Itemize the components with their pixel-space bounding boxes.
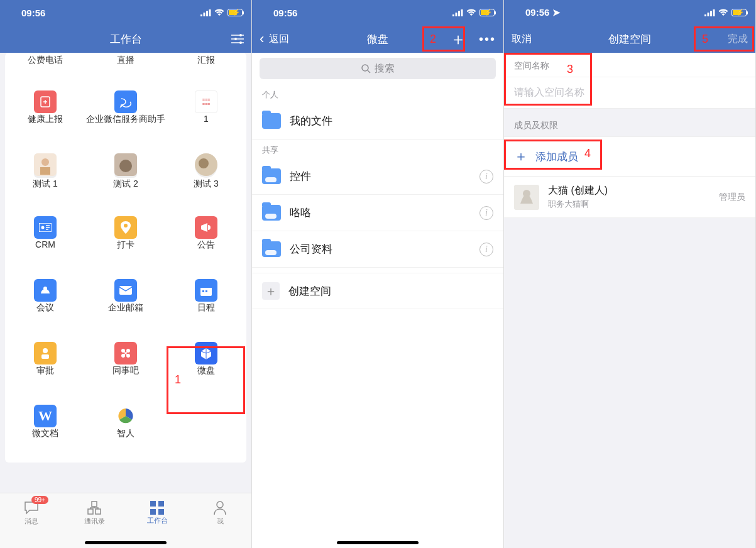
shared-folder[interactable]: 咯咯 i [252,195,503,231]
plus-icon: ＋ [262,282,280,300]
member-name: 大猫 (创建人) [548,184,710,197]
app-item[interactable]: 公费电话 [5,54,85,85]
tab-bar: 99+ 消息 通讯录 工作台 我 [0,493,251,548]
svg-point-9 [41,158,49,166]
folder-my-files[interactable]: 我的文件 [252,103,503,140]
svg-rect-10 [40,167,50,175]
create-space-row[interactable]: ＋ 创建空间 [252,273,503,309]
create-space-label: 创建空间 [288,284,331,299]
tab-contacts[interactable]: 通讯录 [63,493,126,533]
app-item[interactable]: 测试 3 [166,148,246,211]
checkin-icon [114,216,137,239]
folder-icon [262,113,281,129]
calendar-icon [195,279,217,302]
add-member-label: 添加成员 [535,150,578,164]
home-indicator[interactable] [337,541,419,544]
svg-rect-43 [708,13,709,16]
status-icons: ⚡ [452,9,495,16]
crm-icon [34,216,57,239]
svg-rect-40 [461,9,463,16]
svg-rect-42 [704,14,706,16]
app-label: 审批 [36,364,54,376]
app-label: 同事吧 [112,364,139,376]
svg-point-4 [239,34,242,36]
more-button[interactable]: ••• [474,32,496,47]
back-button[interactable]: ‹ 返回 [260,32,316,46]
app-item[interactable]: 同事吧 [85,337,166,400]
screen-workbench: 09:56 ⚡ 工作台 公费电话 直播 汇报 健康上报 [0,0,252,548]
app-item[interactable]: 健康上报 [5,85,85,148]
test3-icon [195,153,217,178]
app-item[interactable]: 直播 [85,54,166,85]
search-input[interactable]: 搜索 [260,58,496,79]
status-time: 09:56 ➤ [525,7,561,18]
status-icons: ⚡ [200,9,243,16]
app-item[interactable]: CRM [5,211,85,274]
done-button[interactable]: 完成 [728,33,748,46]
app-item[interactable]: W 微文档 [5,400,85,463]
zhiren-icon [114,405,137,427]
app-label: 健康上报 [28,113,63,124]
settings-icon[interactable] [231,34,244,44]
app-item-wedrive[interactable]: 微盘 [166,337,246,400]
svg-point-23 [43,348,48,353]
tab-me[interactable]: 我 [189,493,251,533]
app-item[interactable]: 测试 2 [85,148,166,211]
app-item[interactable]: 审批 [5,337,85,400]
svg-rect-2 [206,11,208,16]
mail-icon [114,279,137,302]
info-icon[interactable]: i [479,243,493,256]
app-item[interactable]: 打卡 [85,211,166,274]
add-member-button[interactable]: ＋ 添加成员 [504,136,755,177]
app-label: 公费电话 [28,54,63,65]
app-label: 微盘 [197,364,215,376]
app-item[interactable]: 汇报 [166,54,246,85]
create-space-body: 空间名称 请输入空间名称 成员及权限 ＋ 添加成员 大猫 (创建人) 职务大猫啊… [504,53,755,548]
svg-rect-21 [205,290,207,292]
navbar: 工作台 [0,25,251,53]
app-item[interactable]: 智人 [85,400,166,463]
app-item[interactable]: ≡≡≡≡≡≡ 1 [166,85,246,148]
svg-rect-39 [458,11,460,16]
app-item[interactable]: 测试 1 [5,148,85,211]
custom-app-icon: ≡≡≡≡≡≡ [195,90,217,113]
app-item[interactable]: 公告 [166,211,246,274]
add-button[interactable]: ＋ [446,31,470,47]
tab-workbench[interactable]: 工作台 [126,493,189,533]
member-row[interactable]: 大猫 (创建人) 职务大猫啊 管理员 [504,177,755,218]
app-item[interactable]: 企业微信服务商助手 [85,85,166,148]
wedoc-icon: W [34,405,57,427]
app-item[interactable]: 日程 [166,274,246,337]
svg-point-41 [362,65,368,71]
shared-folder[interactable]: 控件 i [252,158,503,195]
shared-folder[interactable]: 公司资料 i [252,231,503,268]
app-label: 企业微信服务商助手 [86,113,165,124]
status-time: 09:56 [21,8,45,18]
folder-label: 我的文件 [290,114,332,128]
wifi-icon [214,9,224,16]
signal-icon [704,9,715,16]
svg-rect-37 [452,14,454,16]
test1-icon [34,153,57,178]
signal-icon [452,9,463,16]
tab-messages[interactable]: 99+ 消息 [0,493,63,533]
tab-label: 消息 [25,517,38,526]
app-label: 测试 3 [194,178,219,189]
info-icon[interactable]: i [479,206,493,220]
status-time: 09:56 [273,8,297,18]
svg-rect-24 [41,354,49,359]
svg-rect-44 [710,11,712,16]
wedrive-body: 搜索 个人 我的文件 共享 控件 i 咯咯 i 公司资料 i ＋ 创建空间 [252,53,503,548]
info-icon[interactable]: i [479,170,493,184]
announce-icon [195,216,217,239]
colleague-icon [114,342,137,364]
app-item[interactable]: 会议 [5,274,85,337]
svg-point-17 [124,224,128,227]
cancel-button[interactable]: 取消 [512,33,532,46]
plus-icon: ＋ [514,147,528,166]
app-item[interactable]: 企业邮箱 [85,274,166,337]
home-indicator[interactable] [85,541,167,544]
app-label: 直播 [117,54,134,65]
svg-point-14 [199,158,209,168]
space-name-input[interactable]: 请输入空间名称 [504,77,755,109]
